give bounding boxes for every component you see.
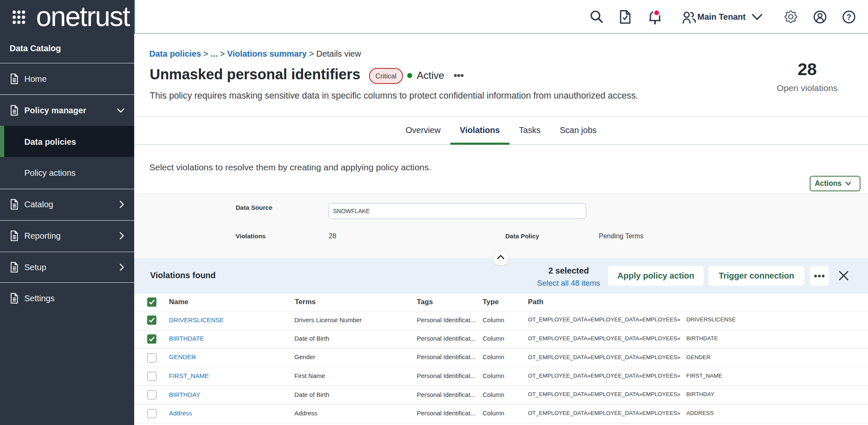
- svg-text:?: ?: [847, 13, 851, 21]
